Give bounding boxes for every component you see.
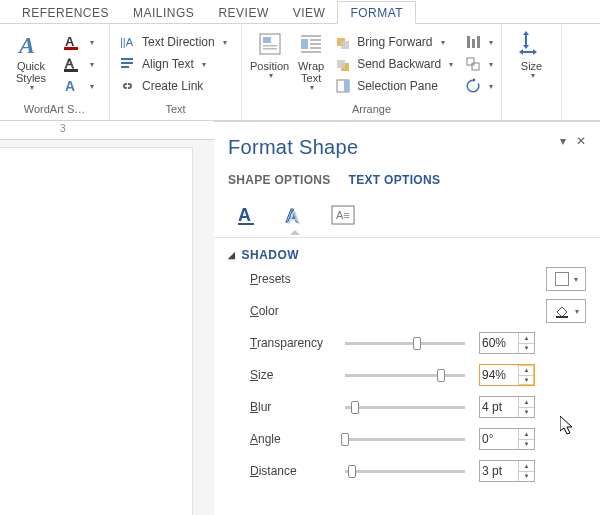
svg-text:A: A (65, 78, 75, 94)
svg-rect-12 (263, 45, 277, 47)
svg-text:A: A (17, 32, 35, 57)
size-icon (518, 30, 546, 58)
bring-forward-button[interactable]: Bring Forward▾ (331, 32, 457, 52)
align-text-icon (120, 56, 136, 72)
text-direction-button[interactable]: ||A Text Direction▾ (116, 32, 231, 52)
section-label: SHADOW (242, 248, 300, 262)
size-button[interactable]: Size▾ (508, 28, 555, 83)
ribbon-tab-bar: REFERENCES MAILINGS REVIEW VIEW FORMAT (0, 0, 600, 24)
svg-rect-8 (121, 62, 133, 64)
text-effects-button[interactable]: A▾ (60, 76, 98, 96)
panel-title: Format Shape (228, 136, 358, 159)
subtab-text-options[interactable]: TEXT OPTIONS (349, 173, 441, 191)
horizontal-ruler[interactable]: 3 (0, 122, 214, 140)
spinner-up-icon[interactable]: ▲ (519, 429, 534, 440)
color-button[interactable]: ▾ (546, 299, 586, 323)
spinner-up-icon[interactable]: ▲ (519, 461, 534, 472)
distance-slider[interactable] (345, 470, 465, 473)
text-outline-button[interactable]: A▾ (60, 54, 98, 74)
create-link-button[interactable]: Create Link (116, 76, 231, 96)
text-fill-button[interactable]: A▾ (60, 32, 98, 52)
position-button[interactable]: Position▾ (248, 28, 291, 83)
svg-rect-21 (341, 41, 349, 49)
group-icon (465, 56, 481, 72)
svg-rect-16 (310, 39, 321, 41)
svg-rect-23 (337, 60, 345, 68)
spinner-down-icon[interactable]: ▼ (519, 376, 534, 386)
svg-text:A: A (238, 205, 251, 225)
tab-mailings[interactable]: MAILINGS (121, 2, 206, 23)
tab-references[interactable]: REFERENCES (10, 2, 121, 23)
svg-marker-33 (523, 45, 529, 49)
tab-format[interactable]: FORMAT (337, 1, 416, 24)
svg-rect-29 (467, 58, 474, 65)
size-input[interactable] (480, 365, 518, 385)
spinner-up-icon[interactable]: ▲ (519, 333, 534, 344)
text-direction-icon: ||A (120, 34, 136, 50)
shadow-section-header[interactable]: ◢ SHADOW (228, 248, 586, 262)
transparency-input[interactable] (480, 333, 518, 353)
spinner-down-icon[interactable]: ▼ (519, 344, 534, 354)
svg-rect-28 (477, 36, 480, 48)
document-page[interactable] (0, 148, 192, 515)
size-spinner[interactable]: ▲▼ (479, 364, 535, 386)
tab-view[interactable]: VIEW (281, 2, 338, 23)
distance-spinner[interactable]: ▲▼ (479, 460, 535, 482)
spinner-down-icon[interactable]: ▼ (519, 472, 534, 482)
svg-rect-14 (301, 35, 321, 37)
spinner-down-icon[interactable]: ▼ (519, 408, 534, 418)
rotate-button[interactable]: ▾ (461, 76, 497, 96)
svg-rect-11 (263, 37, 271, 43)
align-text-button[interactable]: Align Text▾ (116, 54, 231, 74)
selection-pane-button[interactable]: Selection Pane (331, 76, 457, 96)
blur-input[interactable] (480, 397, 518, 417)
svg-rect-27 (472, 39, 475, 48)
document-area: 3 (0, 122, 214, 515)
svg-rect-4 (64, 69, 78, 72)
ruler-tick: 3 (60, 123, 66, 134)
wrap-text-icon (297, 30, 325, 58)
svg-rect-13 (263, 48, 277, 50)
send-backward-button[interactable]: Send Backward▾ (331, 54, 457, 74)
spinner-up-icon[interactable]: ▲ (519, 365, 534, 376)
size-slider[interactable] (345, 374, 465, 377)
svg-text:A: A (65, 34, 75, 49)
text-effects-icon: A (64, 78, 82, 94)
group-size: Size▾ (502, 24, 562, 120)
blur-slider[interactable] (345, 406, 465, 409)
angle-slider[interactable] (345, 438, 465, 441)
svg-rect-9 (121, 66, 129, 68)
blur-spinner[interactable]: ▲▼ (479, 396, 535, 418)
wrap-text-button[interactable]: Wrap Text▾ (295, 28, 327, 95)
text-options-icon-row: A AA A≡ (232, 201, 586, 229)
svg-rect-25 (344, 80, 349, 92)
transparency-spinner[interactable]: ▲▼ (479, 332, 535, 354)
angle-input[interactable] (480, 429, 518, 449)
text-outline-icon: A (64, 56, 82, 72)
close-icon[interactable]: ✕ (576, 134, 586, 148)
angle-spinner[interactable]: ▲▼ (479, 428, 535, 450)
svg-marker-32 (523, 31, 529, 35)
presets-label: Presets (250, 272, 345, 286)
text-fill-outline-tab[interactable]: A (232, 201, 262, 229)
panel-menu-icon[interactable]: ▾ (560, 134, 566, 148)
textbox-tab[interactable]: A≡ (328, 201, 358, 229)
text-effects-tab[interactable]: AA (280, 201, 310, 229)
blur-label: Blur (250, 400, 345, 414)
group-button[interactable]: ▾ (461, 54, 497, 74)
subtab-shape-options[interactable]: SHAPE OPTIONS (228, 173, 331, 191)
tab-review[interactable]: REVIEW (206, 2, 280, 23)
svg-marker-35 (519, 49, 523, 55)
presets-button[interactable]: ▾ (546, 267, 586, 291)
quick-styles-button[interactable]: A Quick Styles ▾ (6, 28, 56, 95)
transparency-slider[interactable] (345, 342, 465, 345)
spinner-down-icon[interactable]: ▼ (519, 440, 534, 450)
collapse-icon: ◢ (228, 250, 236, 260)
position-icon (256, 30, 284, 58)
svg-text:||A: ||A (120, 36, 134, 48)
align-button[interactable]: ▾ (461, 32, 497, 52)
spinner-up-icon[interactable]: ▲ (519, 397, 534, 408)
color-label: Color (250, 304, 345, 318)
svg-rect-43 (556, 316, 568, 318)
distance-input[interactable] (480, 461, 518, 481)
